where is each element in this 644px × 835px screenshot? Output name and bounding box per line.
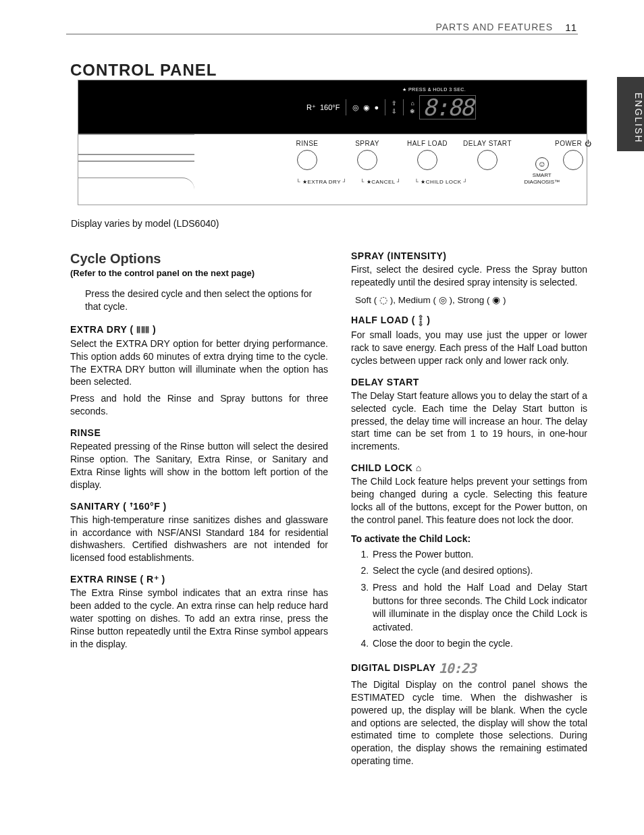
- panel-button-strip: RINSE SPRAY HALF LOAD DELAY START POWER …: [78, 134, 587, 205]
- spray-button: [357, 150, 377, 170]
- figure-caption: Display varies by model (LDS6040): [71, 218, 219, 229]
- cycle-intro: Press the desired cycle and then select …: [85, 288, 328, 313]
- delay-start-label: DELAY START: [463, 140, 512, 147]
- child-lock-combo: CHILD LOCK: [414, 179, 467, 185]
- snow-icon: ❄: [410, 108, 415, 115]
- child-lock-steps: Press the Power button. Select the cycle…: [371, 548, 587, 651]
- extra-dry-body2: Press and hold the Rinse and Spray butto…: [70, 392, 328, 418]
- extra-rinse-icon: R⁺: [306, 103, 316, 112]
- child-lock-activate: To activate the Child Lock:: [351, 533, 587, 544]
- digital-h-pre: DIGITAL DISPLAY: [351, 662, 439, 673]
- press-hold-label: PRESS & HOLD 3 SEC.: [402, 87, 466, 92]
- cycle-options-heading: Cycle Options: [70, 251, 328, 267]
- step-1: Press the Power button.: [371, 548, 587, 562]
- half-load-body: For small loads, you may use just the up…: [351, 329, 587, 367]
- half-load-h-post: ): [424, 315, 431, 325]
- divider-icon: [346, 99, 346, 115]
- extra-rinse-heading: EXTRA RINSE ( R⁺ ): [70, 574, 328, 585]
- extra-dry-combo: EXTRA DRY: [296, 179, 347, 185]
- combo-labels: EXTRA DRY CANCEL CHILD LOCK: [296, 179, 468, 185]
- delay-heading: DELAY START: [351, 377, 587, 387]
- sanitary-body: This high-temperature rinse sanitizes di…: [70, 514, 328, 565]
- spray-options: Soft ( ◌ ), Medium ( ◎ ), Strong ( ◉ ): [355, 294, 587, 305]
- rinse-label: RINSE: [296, 140, 318, 147]
- divider-icon: [403, 99, 404, 115]
- refer-note: (Refer to the control panel on the next …: [70, 268, 328, 278]
- page-number: 11: [565, 22, 576, 33]
- child-lock-heading: CHILD LOCK ⌂: [351, 462, 587, 473]
- spray-strong-icon: ●: [374, 103, 379, 111]
- extra-dry-heading: EXTRA DRY ( ⫴⫴⫴ ): [70, 324, 328, 335]
- cancel-combo: CANCEL: [360, 179, 401, 185]
- upper-rack-icon: ⇧: [392, 100, 397, 107]
- spray-label: SPRAY: [355, 140, 379, 147]
- half-load-button: [417, 150, 437, 170]
- delay-start-button: [477, 150, 498, 170]
- digital-body: The Digital Display on the control panel…: [351, 678, 587, 767]
- rinse-button: [297, 150, 317, 170]
- lower-rack-icon: ⇩: [392, 108, 397, 115]
- smart-diag-l1: SMART: [525, 172, 560, 179]
- right-column: SPRAY (INTENSITY) First, select the desi…: [351, 250, 587, 767]
- panel-display-strip: PRESS & HOLD 3 SEC. R⁺ 160°F ◎ ◉ ● ⇧ ⇩ ⌂…: [78, 80, 587, 134]
- spray-body: First, select the desired cycle. Press t…: [351, 263, 587, 289]
- step-4: Close the door to begin the cycle.: [371, 637, 587, 651]
- lock-icon: ⌂: [410, 100, 414, 107]
- half-load-icon: ⇧⇩: [418, 315, 424, 327]
- half-load-h-pre: HALF LOAD (: [351, 315, 418, 325]
- digital-display-icon: 10:23: [439, 660, 476, 676]
- power-button: [563, 150, 583, 170]
- header-section: PARTS AND FEATURES: [435, 22, 553, 32]
- half-load-label: HALF LOAD: [407, 140, 448, 147]
- control-panel-figure: PRESS & HOLD 3 SEC. R⁺ 160°F ◎ ◉ ● ⇧ ⇩ ⌂…: [78, 80, 587, 205]
- spray-heading: SPRAY (INTENSITY): [351, 250, 587, 261]
- smart-diagnosis: ☺ SMART DIAGNOSIS™: [525, 157, 560, 185]
- sanitary-heading: SANITARY ( ꜛ160°F ): [70, 501, 328, 512]
- spray-med-icon: ◉: [363, 103, 370, 112]
- spray-soft-icon: ◎: [352, 103, 359, 112]
- header-rule: [66, 34, 578, 34]
- smart-diagnosis-icon: ☺: [535, 157, 549, 171]
- extra-dry-body: Select the EXTRA DRY option for better d…: [70, 338, 328, 389]
- step-2: Select the cycle (and desired options).: [371, 564, 587, 578]
- step-3: Press and hold the Half Load and Delay S…: [371, 581, 587, 634]
- extra-rinse-body: The Extra Rinse symbol indicates that an…: [70, 587, 328, 650]
- rinse-body: Repeated pressing of the Rinse button wi…: [70, 440, 328, 491]
- language-tab: ENGLISH: [617, 77, 644, 151]
- left-column: Cycle Options (Refer to the control pane…: [70, 251, 328, 651]
- temp-icon: 160°F: [320, 103, 340, 111]
- smart-diag-l2: DIAGNOSIS™: [525, 179, 560, 186]
- power-label: POWER ⏻: [555, 140, 591, 147]
- divider-icon: [385, 99, 385, 115]
- delay-body: The Delay Start feature allows you to de…: [351, 389, 587, 453]
- display-cluster: R⁺ 160°F ◎ ◉ ● ⇧ ⇩ ⌂ ❄ 8:88: [306, 95, 476, 119]
- child-lock-body: The Child Lock feature helps prevent you…: [351, 475, 587, 527]
- door-edge-illustration: [78, 134, 194, 205]
- half-load-heading: HALF LOAD ( ⇧⇩ ): [351, 315, 587, 327]
- digital-display-heading: DIGITAL DISPLAY 10:23: [351, 660, 587, 676]
- page-title: CONTROL PANEL: [70, 61, 217, 80]
- segment-display: 8:88: [419, 95, 476, 119]
- rinse-heading: RINSE: [70, 427, 328, 438]
